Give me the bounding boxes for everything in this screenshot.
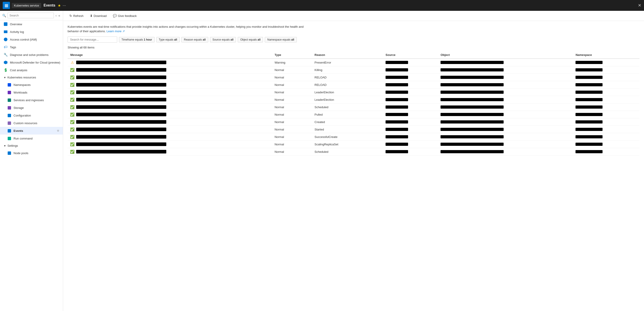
object-cell <box>438 88 573 96</box>
table-row[interactable]: ✅ Normal Pulled <box>68 111 640 118</box>
sidebar-item-events[interactable]: Events ☆ <box>0 127 63 134</box>
filter-namespace[interactable]: Namespace equals all <box>265 37 296 42</box>
namespace-redacted <box>576 120 602 124</box>
col-header-object: Object <box>438 52 573 58</box>
message-content-redacted <box>76 83 166 86</box>
sidebar-item-activity-log[interactable]: Activity log <box>0 28 63 36</box>
message-content-redacted <box>76 76 166 79</box>
sidebar-item-run-command[interactable]: Run command <box>0 134 63 142</box>
sidebar-back-icon[interactable]: ‹ <box>55 13 57 18</box>
source-cell <box>383 81 438 88</box>
filters-row: Timeframe equals 1 hour Type equals all … <box>68 36 640 42</box>
chevron-down-icon: ▼ <box>4 76 6 79</box>
message-content-redacted <box>76 105 166 109</box>
message-content-redacted <box>76 68 166 72</box>
source-cell <box>383 66 438 74</box>
favorite-star[interactable]: ★ <box>58 4 61 8</box>
more-options-button[interactable]: ··· <box>63 3 66 8</box>
object-redacted <box>440 106 504 108</box>
sidebar-item-workloads[interactable]: Workloads <box>0 88 63 96</box>
object-redacted <box>440 83 504 86</box>
reason-cell: Pulled <box>312 111 383 118</box>
table-row[interactable]: ✅ Normal Scheduled <box>68 148 640 156</box>
sidebar-section-kubernetes-resources[interactable]: ▼ Kubernetes resources <box>0 74 63 81</box>
message-content-redacted <box>76 113 166 116</box>
refresh-button[interactable]: ↻ Refresh <box>67 12 86 19</box>
sidebar-collapse-icon[interactable]: « <box>58 13 60 18</box>
sidebar-item-diagnose[interactable]: 🔧 Diagnose and solve problems <box>0 51 63 58</box>
reason-cell: RELOAD <box>312 81 383 88</box>
sidebar-item-iam[interactable]: Access control (IAM) <box>0 36 63 43</box>
sidebar-item-label: Overview <box>10 22 22 26</box>
overview-icon <box>4 22 8 26</box>
object-cell <box>438 66 573 74</box>
close-button[interactable]: ✕ <box>638 3 641 8</box>
table-row[interactable]: ⚠ Warning PresentError <box>68 58 640 66</box>
object-cell <box>438 104 573 111</box>
table-row[interactable]: ✅ Normal Killing <box>68 66 640 74</box>
refresh-label: Refresh <box>73 14 84 18</box>
sidebar: 🔍 ‹ « Overview Activity log Access contr… <box>0 11 63 311</box>
namespace-redacted <box>576 128 602 131</box>
table-row[interactable]: ✅ Normal LeaderElection <box>68 96 640 104</box>
sidebar-item-label: Tags <box>10 46 16 49</box>
table-row[interactable]: ✅ Normal Created <box>68 118 640 126</box>
iam-icon <box>4 38 8 42</box>
success-icon: ✅ <box>70 142 74 146</box>
reason-cell: PresentError <box>312 58 383 66</box>
sidebar-item-custom-resources[interactable]: Custom resources <box>0 119 63 127</box>
message-cell: ✅ <box>68 88 272 96</box>
object-redacted <box>440 113 504 116</box>
sidebar-item-node-pools[interactable]: Node pools <box>0 149 63 157</box>
sidebar-item-storage[interactable]: Storage <box>0 104 63 112</box>
events-favorite-icon[interactable]: ☆ <box>57 129 59 132</box>
section-label: Kubernetes resources <box>8 76 36 79</box>
namespace-redacted <box>576 83 602 86</box>
reason-cell: Scheduled <box>312 104 383 111</box>
sidebar-section-settings[interactable]: ▼ Settings <box>0 142 63 149</box>
reason-cell: SuccessfulCreate <box>312 133 383 141</box>
filter-timeframe[interactable]: Timeframe equals 1 hour <box>119 37 154 42</box>
sidebar-item-cost-analysis[interactable]: 💲 Cost analysis <box>0 66 63 74</box>
namespaces-icon <box>7 83 11 87</box>
reason-cell: Created <box>312 118 383 126</box>
filter-type[interactable]: Type equals all <box>156 37 180 42</box>
feedback-icon: 💬 <box>113 14 117 18</box>
sidebar-item-label: Cost analysis <box>10 68 27 72</box>
type-cell: Warning <box>272 58 312 66</box>
sidebar-item-configuration[interactable]: Configuration <box>0 112 63 119</box>
table-row[interactable]: ✅ Normal SuccessfulCreate <box>68 133 640 141</box>
table-row[interactable]: ✅ Normal RELOAD <box>68 81 640 88</box>
object-cell <box>438 118 573 126</box>
message-cell: ✅ <box>68 81 272 88</box>
main-layout: 🔍 ‹ « Overview Activity log Access contr… <box>0 11 644 311</box>
filter-object[interactable]: Object equals all <box>238 37 263 42</box>
sidebar-item-overview[interactable]: Overview <box>0 20 63 28</box>
message-content-redacted <box>76 150 166 154</box>
refresh-icon: ↻ <box>70 14 72 18</box>
source-redacted <box>386 128 408 131</box>
sidebar-item-namespaces[interactable]: Namespaces <box>0 81 63 88</box>
search-input[interactable] <box>8 12 54 18</box>
table-row[interactable]: ✅ Normal Started <box>68 126 640 133</box>
sidebar-item-tags[interactable]: 🏷 Tags <box>0 43 63 51</box>
download-button[interactable]: ⬇ Download <box>87 12 110 19</box>
col-header-source: Source <box>383 52 438 58</box>
message-search-input[interactable] <box>68 36 117 42</box>
table-row[interactable]: ✅ Normal RELOAD <box>68 74 640 81</box>
object-redacted <box>440 135 504 138</box>
object-cell <box>438 81 573 88</box>
table-row[interactable]: ✅ Normal Scheduled <box>68 104 640 111</box>
object-redacted <box>440 150 504 153</box>
diagnose-icon: 🔧 <box>4 53 8 57</box>
learn-more-link[interactable]: Learn more ↗ <box>106 30 125 33</box>
table-row[interactable]: ✅ Normal LeaderElection <box>68 88 640 96</box>
sidebar-item-services[interactable]: Services and ingresses <box>0 96 63 104</box>
filter-reason[interactable]: Reason equals all <box>182 37 208 42</box>
feedback-button[interactable]: 💬 Give feedback <box>110 12 139 19</box>
activity-log-icon <box>4 30 8 34</box>
table-row[interactable]: ✅ Normal ScalingReplicaSet <box>68 141 640 148</box>
top-bar: ▦ Kubernetes service Events ★ ··· ✕ <box>0 0 644 11</box>
sidebar-item-defender[interactable]: Microsoft Defender for Cloud (preview) <box>0 58 63 66</box>
filter-source[interactable]: Source equals all <box>210 37 236 42</box>
